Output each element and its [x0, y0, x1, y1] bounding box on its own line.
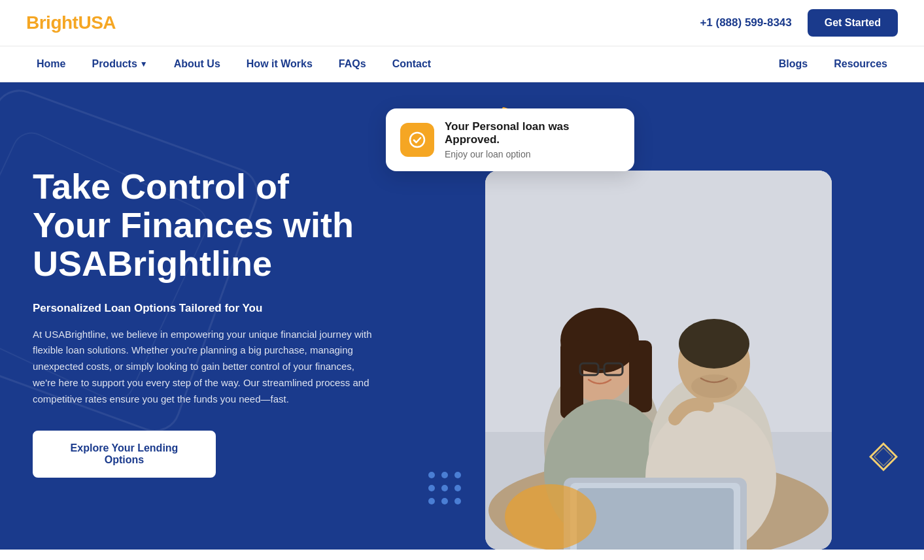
nav-item-faqs[interactable]: FAQs	[328, 46, 377, 82]
svg-point-28	[454, 485, 461, 491]
hero-title: Take Control of Your Finances with USABr…	[33, 167, 373, 284]
couple-svg	[485, 171, 832, 550]
loan-card-title: Your Personal loan was Approved.	[445, 120, 620, 146]
top-bar: BrightUSA +1 (888) 599-8343 Get Started	[0, 0, 924, 46]
hero-body: At USABrightline, we believe in empoweri…	[33, 327, 373, 408]
svg-rect-8	[629, 340, 652, 412]
svg-point-29	[428, 498, 435, 504]
nav-left: Home Products ▼ About Us How it Works FA…	[26, 46, 441, 82]
phone-number[interactable]: +1 (888) 599-8343	[700, 16, 791, 29]
svg-point-31	[454, 498, 461, 504]
hero-image-area: Your Personal loan was Approved. Enjoy o…	[405, 82, 924, 550]
svg-point-30	[441, 498, 448, 504]
svg-point-22	[505, 484, 596, 550]
logo-bright: Bright	[26, 12, 78, 33]
products-dropdown-icon: ▼	[140, 59, 148, 69]
hero-image	[485, 171, 832, 550]
loan-approved-card: Your Personal loan was Approved. Enjoy o…	[386, 108, 634, 171]
svg-point-24	[441, 472, 448, 478]
svg-point-27	[441, 485, 448, 491]
nav-item-how[interactable]: How it Works	[236, 46, 323, 82]
deco-dots	[425, 469, 477, 510]
logo[interactable]: BrightUSA	[26, 12, 116, 33]
nav-item-resources[interactable]: Resources	[823, 46, 898, 82]
svg-point-23	[428, 472, 435, 478]
deco-diamond-icon	[869, 442, 898, 471]
nav-item-products[interactable]: Products ▼	[81, 46, 158, 82]
loan-card-icon	[400, 123, 434, 157]
nav-item-contact[interactable]: Contact	[382, 46, 442, 82]
loan-card-subtitle: Enjoy our loan option	[445, 149, 620, 159]
explore-lending-button[interactable]: Explore Your Lending Options	[33, 431, 216, 478]
nav-item-about[interactable]: About Us	[163, 46, 231, 82]
svg-point-26	[428, 485, 435, 491]
hero-subtitle: Personalized Loan Options Tailored for Y…	[33, 302, 373, 315]
get-started-button[interactable]: Get Started	[808, 9, 898, 37]
svg-point-0	[410, 133, 424, 147]
loan-card-text: Your Personal loan was Approved. Enjoy o…	[445, 120, 620, 159]
hero-section: Take Control of Your Finances with USABr…	[0, 82, 924, 550]
hero-content: Take Control of Your Finances with USABr…	[0, 82, 405, 550]
svg-point-16	[691, 374, 737, 398]
main-nav: Home Products ▼ About Us How it Works FA…	[0, 46, 924, 82]
svg-point-15	[679, 319, 749, 369]
nav-item-home[interactable]: Home	[26, 46, 76, 82]
logo-usa: USA	[78, 12, 116, 33]
svg-rect-2	[485, 171, 832, 432]
nav-item-blogs[interactable]: Blogs	[768, 46, 818, 82]
svg-point-25	[454, 472, 461, 478]
nav-right: Blogs Resources	[768, 46, 898, 82]
top-right: +1 (888) 599-8343 Get Started	[700, 9, 898, 37]
svg-rect-20	[577, 488, 734, 550]
